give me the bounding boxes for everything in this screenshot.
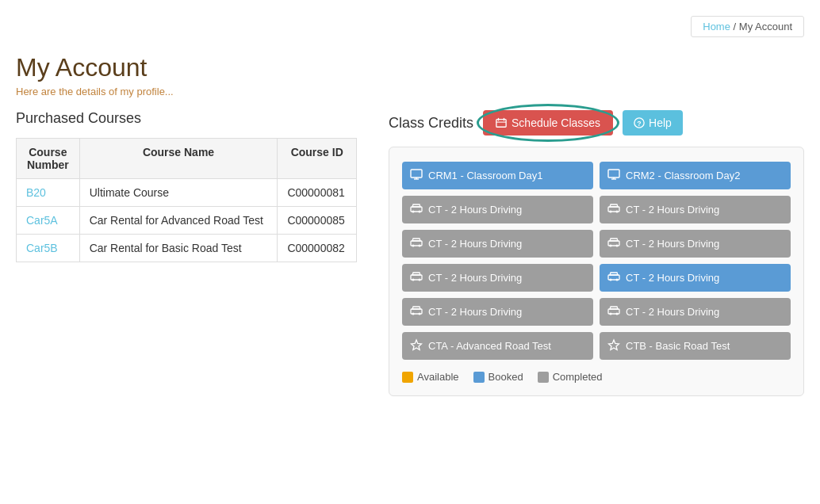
course-id-cell: C00000085	[278, 207, 357, 235]
svg-point-35	[616, 279, 619, 281]
course-number-cell[interactable]: Car5A	[17, 207, 80, 235]
star-icon	[607, 338, 620, 353]
svg-point-14	[412, 211, 415, 213]
table-row: Car5B Car Rental for Basic Road Test C00…	[17, 235, 357, 262]
svg-rect-9	[608, 170, 619, 178]
legend-dot-available	[402, 372, 413, 383]
monitor-icon	[410, 168, 423, 183]
svg-point-34	[610, 279, 612, 281]
course-number-cell[interactable]: B20	[17, 179, 80, 207]
svg-rect-6	[411, 170, 422, 178]
car-icon	[410, 304, 423, 319]
breadcrumb-home[interactable]: Home	[703, 21, 730, 32]
svg-marker-41	[610, 307, 618, 309]
svg-point-15	[419, 211, 421, 213]
col-header-id: Course ID	[278, 139, 357, 179]
credit-label: CT - 2 Hours Driving	[428, 238, 522, 250]
svg-marker-25	[610, 239, 618, 241]
svg-point-31	[419, 279, 421, 281]
credit-label: CTA - Advanced Road Test	[428, 340, 551, 352]
car-icon	[410, 236, 423, 251]
legend: Available Booked Completed	[402, 371, 791, 383]
course-name-cell: Car Rental for Basic Road Test	[79, 235, 278, 262]
svg-point-23	[419, 245, 421, 247]
legend-dot-booked	[473, 372, 485, 383]
legend-item-completed: Completed	[538, 371, 603, 383]
svg-marker-44	[412, 340, 422, 350]
credit-btn-11[interactable]: CTB - Basic Road Test	[600, 332, 791, 360]
purchased-courses-heading: Purchased Courses	[16, 110, 357, 127]
svg-point-38	[412, 313, 415, 315]
car-icon	[607, 202, 620, 217]
help-icon: ?	[634, 117, 645, 128]
table-row: Car5A Car Rental for Advanced Road Test …	[17, 207, 357, 235]
svg-marker-17	[610, 204, 618, 207]
credit-btn-10[interactable]: CTA - Advanced Road Test	[402, 332, 593, 360]
course-number-cell[interactable]: Car5B	[17, 235, 80, 262]
courses-table: CourseNumber Course Name Course ID B20 U…	[16, 138, 357, 262]
svg-rect-0	[496, 120, 506, 128]
course-id-cell: C00000082	[278, 235, 357, 262]
legend-label-available: Available	[417, 371, 459, 383]
svg-marker-37	[412, 307, 420, 309]
car-icon	[607, 304, 620, 319]
svg-point-26	[610, 245, 612, 247]
credit-label: CT - 2 Hours Driving	[626, 272, 719, 284]
credit-btn-7[interactable]: CT - 2 Hours Driving	[600, 264, 791, 292]
svg-marker-33	[610, 273, 618, 275]
credit-btn-2[interactable]: CT - 2 Hours Driving	[402, 196, 593, 223]
col-header-number: CourseNumber	[17, 139, 80, 179]
svg-text:?: ?	[637, 120, 641, 128]
car-icon	[607, 236, 620, 251]
svg-point-18	[610, 211, 612, 213]
credits-header: Class Credits Schedule Classes ?	[389, 110, 804, 136]
credit-label: CT - 2 Hours Driving	[626, 238, 719, 250]
calendar-icon	[496, 117, 507, 128]
svg-marker-45	[609, 340, 619, 350]
credit-label: CT - 2 Hours Driving	[428, 306, 522, 318]
credit-btn-8[interactable]: CT - 2 Hours Driving	[402, 298, 593, 326]
svg-point-27	[616, 245, 619, 247]
monitor-icon	[607, 168, 620, 183]
svg-point-22	[412, 245, 415, 247]
credit-label: CT - 2 Hours Driving	[428, 272, 522, 284]
class-credits-section: Class Credits Schedule Classes ?	[389, 110, 804, 396]
credit-label: CRM1 - Classroom Day1	[428, 170, 542, 181]
page-title: My Account	[16, 53, 804, 82]
svg-point-39	[419, 313, 421, 315]
credit-btn-1[interactable]: CRM2 - Classroom Day2	[600, 162, 791, 189]
legend-dot-completed	[538, 372, 549, 383]
breadcrumb: Home / My Account	[691, 16, 804, 37]
credits-heading: Class Credits	[389, 115, 473, 132]
credit-btn-5[interactable]: CT - 2 Hours Driving	[600, 230, 791, 258]
svg-point-19	[616, 211, 619, 213]
help-button[interactable]: ? Help	[623, 110, 683, 136]
credit-btn-6[interactable]: CT - 2 Hours Driving	[402, 264, 593, 292]
credit-label: CRM2 - Classroom Day2	[626, 170, 740, 181]
credit-label: CT - 2 Hours Driving	[626, 204, 719, 216]
credit-btn-3[interactable]: CT - 2 Hours Driving	[600, 196, 791, 223]
help-label: Help	[649, 116, 672, 129]
credit-label: CT - 2 Hours Driving	[626, 306, 719, 318]
legend-item-available: Available	[402, 371, 459, 383]
page-subtitle: Here are the details of my profile...	[16, 86, 804, 97]
credit-btn-4[interactable]: CT - 2 Hours Driving	[402, 230, 593, 258]
svg-marker-13	[412, 204, 420, 207]
svg-point-42	[610, 313, 612, 315]
col-header-name: Course Name	[79, 139, 278, 179]
legend-label-completed: Completed	[553, 371, 603, 383]
credit-btn-9[interactable]: CT - 2 Hours Driving	[600, 298, 791, 326]
course-name-cell: Car Rental for Advanced Road Test	[79, 207, 278, 235]
purchased-courses-section: Purchased Courses CourseNumber Course Na…	[16, 110, 357, 396]
breadcrumb-current: My Account	[739, 21, 792, 32]
svg-point-30	[412, 279, 415, 281]
car-icon	[410, 202, 423, 217]
star-icon	[410, 338, 423, 353]
schedule-classes-button[interactable]: Schedule Classes	[483, 110, 613, 136]
credit-btn-0[interactable]: CRM1 - Classroom Day1	[402, 162, 593, 189]
svg-marker-29	[412, 273, 420, 275]
legend-label-booked: Booked	[489, 371, 523, 383]
credit-label: CT - 2 Hours Driving	[428, 204, 522, 216]
credit-label: CTB - Basic Road Test	[626, 340, 730, 352]
credits-box: CRM1 - Classroom Day1 CRM2 - Classroom D…	[389, 147, 804, 396]
